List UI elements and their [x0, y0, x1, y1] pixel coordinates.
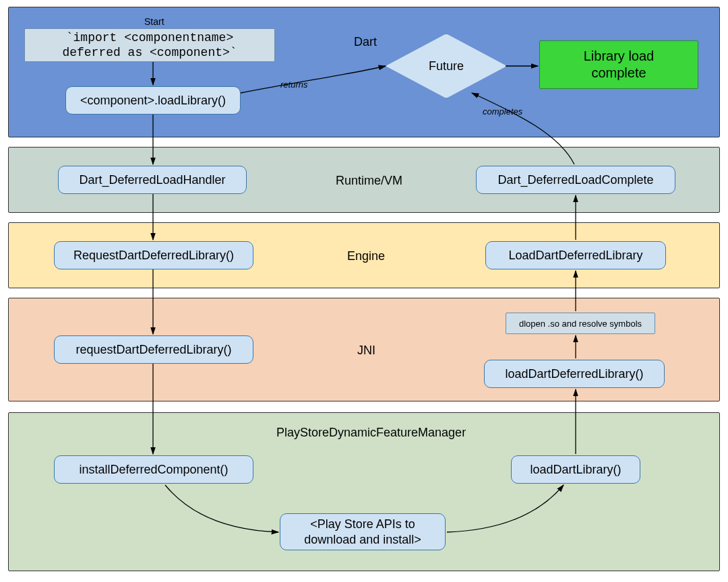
edge-returns: returns [280, 79, 307, 90]
node-deferred-complete: Dart_DeferredLoadComplete [476, 166, 675, 194]
node-load-dart-lib: loadDartLibrary() [511, 455, 640, 484]
node-future-label: Future [386, 34, 507, 98]
node-request-engine: RequestDartDeferredLibrary() [54, 241, 253, 269]
node-play-apis: <Play Store APIs to download and install… [280, 513, 446, 550]
node-load-engine: LoadDartDeferredLibrary [485, 241, 666, 269]
layer-dart-label: Dart [354, 35, 377, 49]
layer-runtime-label: Runtime/VM [336, 174, 402, 188]
flowchart-canvas: Dart Runtime/VM Engine JNI PlayStoreDyna… [0, 0, 728, 582]
node-request-jni: requestDartDeferredLibrary() [54, 335, 253, 364]
edge-completes: completes [483, 106, 522, 117]
node-deferred-handler: Dart_DeferredLoadHandler [58, 166, 247, 194]
node-complete: Library load complete [539, 40, 698, 89]
node-import: `import <componentname> deferred as <com… [24, 28, 275, 62]
node-install-component: installDeferredComponent() [54, 455, 253, 484]
layer-play-label: PlayStoreDynamicFeatureManager [276, 426, 466, 440]
node-future: Future [386, 34, 507, 98]
node-dlopen: dlopen .so and resolve symbols [506, 313, 655, 334]
layer-jni-label: JNI [357, 344, 375, 358]
layer-engine-label: Engine [347, 249, 385, 263]
node-load-jni: loadDartDeferredLibrary() [484, 360, 665, 388]
start-label: Start [144, 16, 164, 27]
node-loadlibrary: <component>.loadLibrary() [65, 86, 241, 115]
